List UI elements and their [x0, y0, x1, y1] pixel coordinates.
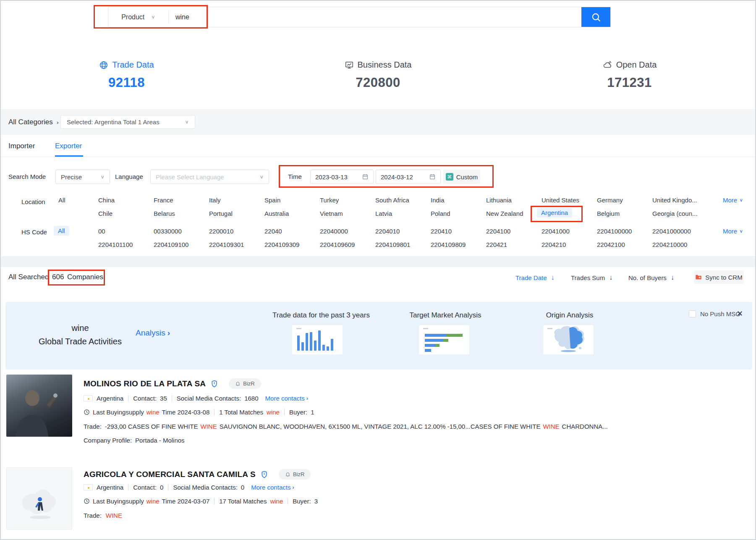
- sort-no-of-buyers[interactable]: No. of Buyers ↓: [628, 274, 674, 281]
- location-option[interactable]: Latvia: [375, 210, 392, 217]
- location-option[interactable]: United Kingdo...: [652, 197, 697, 204]
- hs-code-option[interactable]: 2204210: [541, 241, 566, 248]
- date-end-input[interactable]: 2024-03-12: [376, 170, 441, 184]
- stat-open-data[interactable]: Open Data 171231: [504, 60, 755, 90]
- hs-code-more-link[interactable]: More ∨: [723, 228, 743, 235]
- location-option[interactable]: New Zealand: [486, 210, 523, 217]
- search-category-dropdown[interactable]: Product ∨: [108, 7, 168, 27]
- bizr-badge[interactable]: BizR: [279, 469, 311, 480]
- location-option[interactable]: China: [98, 197, 115, 204]
- analysis-banner: wine Global Trade Activities Analysis › …: [5, 302, 752, 370]
- location-option[interactable]: Italy: [209, 197, 221, 204]
- last-trade-prefix: Last Buyingsupply: [93, 409, 144, 416]
- location-option[interactable]: Belarus: [154, 210, 175, 217]
- stat-business-data[interactable]: Business Data 720800: [252, 60, 504, 90]
- hs-code-option[interactable]: 2204100000: [597, 228, 632, 235]
- search-mode-label: Search Mode: [8, 173, 46, 180]
- location-option[interactable]: Portugal: [209, 210, 233, 217]
- location-option[interactable]: United States: [541, 197, 579, 204]
- bizr-badge[interactable]: BizR: [229, 378, 261, 389]
- hs-code-option[interactable]: 2204109100: [154, 241, 188, 248]
- company-photo[interactable]: [6, 375, 72, 437]
- selected-areas-value: Selected: Argentina Total 1 Areas: [67, 118, 160, 126]
- breadcrumb-all-categories[interactable]: All Categories ›: [8, 118, 59, 126]
- hbar-chart-thumbnail-rows: [425, 332, 463, 352]
- location-option[interactable]: Lithuania: [486, 197, 512, 204]
- tab-importer[interactable]: Importer: [8, 142, 35, 150]
- location-option[interactable]: Germany: [597, 197, 623, 204]
- location-option[interactable]: India: [431, 197, 445, 204]
- close-icon[interactable]: ✕: [737, 309, 743, 318]
- tab-exporter[interactable]: Exporter: [55, 142, 82, 150]
- sort-trades-sum[interactable]: Trades Sum ↓: [571, 274, 612, 281]
- banner-card-title: Trade data for the past 3 years: [271, 311, 371, 320]
- location-option[interactable]: Turkey: [320, 197, 339, 204]
- hs-code-option[interactable]: 22040000: [320, 228, 348, 235]
- hs-code-option[interactable]: 00: [98, 228, 105, 235]
- custom-time-button[interactable]: ⌘ Custom: [443, 170, 480, 184]
- search-input[interactable]: [169, 7, 581, 27]
- date-start-input[interactable]: 2023-03-13: [310, 170, 374, 184]
- active-tab-underline: [55, 155, 83, 157]
- company-name[interactable]: AGRICOLA Y COMERCIAL SANTA CAMILA S: [84, 470, 256, 479]
- more-contacts-label: More contacts: [251, 484, 290, 491]
- more-contacts-link[interactable]: More contacts ›: [251, 484, 294, 491]
- contact-label: Contact:: [133, 484, 157, 491]
- hs-code-option[interactable]: 2204109609: [320, 241, 355, 248]
- hs-code-option[interactable]: 22041000000: [652, 228, 691, 235]
- contact-label: Contact:: [133, 395, 157, 402]
- location-option[interactable]: Australia: [264, 210, 289, 217]
- stat-value: 171231: [504, 75, 755, 90]
- bar: [318, 330, 321, 351]
- location-option[interactable]: Vietnam: [320, 210, 343, 217]
- location-option[interactable]: Chile: [98, 210, 112, 217]
- hs-code-option[interactable]: 2204109301: [209, 241, 244, 248]
- chevron-down-icon: ∨: [259, 174, 264, 180]
- location-option[interactable]: All: [58, 197, 65, 204]
- bar: [314, 341, 317, 351]
- search-button[interactable]: [581, 7, 610, 27]
- hs-code-option[interactable]: 22040: [264, 228, 282, 235]
- location-option[interactable]: Belgium: [597, 210, 620, 217]
- search-mode-select[interactable]: Precise ∨: [55, 170, 110, 184]
- location-option[interactable]: South Africa: [375, 197, 409, 204]
- analysis-link[interactable]: Analysis ›: [136, 328, 170, 338]
- hs-code-option[interactable]: 2204100: [486, 228, 510, 235]
- hs-code-option[interactable]: 2200010: [209, 228, 233, 235]
- language-select[interactable]: Please Select Language ∨: [150, 170, 269, 184]
- china-map-thumbnail[interactable]: [543, 325, 594, 354]
- hs-code-option[interactable]: 00330000: [154, 228, 182, 235]
- trade-label: Trade:: [84, 512, 102, 519]
- analysis-label: Analysis: [136, 328, 165, 338]
- location-more-link[interactable]: More ∨: [723, 197, 743, 204]
- no-push-checkbox[interactable]: [689, 310, 696, 317]
- hs-code-option[interactable]: 2204109801: [375, 241, 410, 248]
- stat-trade-data[interactable]: Trade Data 92118: [1, 60, 252, 90]
- location-option[interactable]: France: [154, 197, 173, 204]
- hs-code-option[interactable]: 2204109809: [431, 241, 466, 248]
- hs-code-option[interactable]: 220410: [431, 228, 452, 235]
- sync-to-crm-button[interactable]: Sync to CRM: [694, 270, 744, 284]
- location-option[interactable]: Georgia (coun...: [652, 210, 698, 217]
- company-name[interactable]: MOLINOS RIO DE LA PLATA SA: [84, 379, 206, 388]
- location-option[interactable]: Poland: [431, 210, 450, 217]
- hs-code-option[interactable]: 22041000: [541, 228, 570, 235]
- chevron-right-icon: ›: [306, 396, 308, 401]
- sort-trade-date[interactable]: Trade Date ↓: [515, 274, 554, 281]
- hs-code-option[interactable]: 2204010: [375, 228, 400, 235]
- more-contacts-link[interactable]: More contacts ›: [265, 395, 308, 402]
- argentina-flag-icon: [84, 484, 93, 490]
- selected-areas-dropdown[interactable]: Selected: Argentina Total 1 Areas ∨: [60, 115, 195, 129]
- hs-code-option[interactable]: 22042100: [597, 241, 625, 248]
- bar-chart-thumbnail[interactable]: [292, 325, 343, 354]
- hs-code-option[interactable]: 220421: [486, 241, 507, 248]
- hs-code-option[interactable]: 2204210000: [652, 241, 687, 248]
- company-illustration[interactable]: [6, 467, 72, 530]
- buyer-label: Buyer:: [289, 409, 307, 416]
- hs-code-option[interactable]: 2204101100: [98, 241, 133, 248]
- hs-code-option[interactable]: 2204109309: [264, 241, 299, 248]
- hbar-chart-thumbnail[interactable]: [419, 325, 469, 354]
- location-option-argentina-selected[interactable]: Argentina: [537, 208, 572, 218]
- location-option[interactable]: Spain: [264, 197, 280, 204]
- shield-icon: [211, 380, 217, 388]
